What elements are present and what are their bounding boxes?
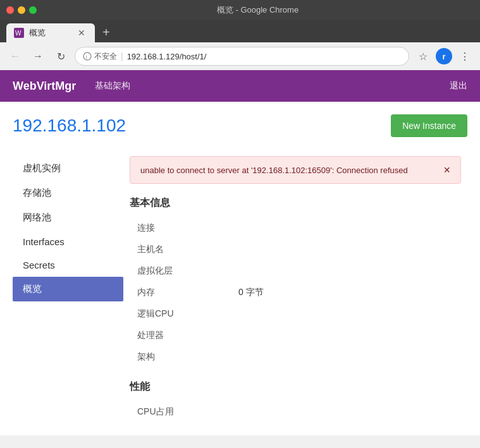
field-value: [231, 303, 461, 325]
toolbar-icons: ☆ r ⋮: [414, 47, 474, 65]
security-indicator: i 不安全: [83, 51, 117, 62]
brand-logo: WebVirtMgr: [13, 80, 76, 93]
forward-button[interactable]: →: [29, 47, 47, 65]
table-row: 虚拟化层: [130, 260, 461, 282]
sidebar-item-vm-instances[interactable]: 虚机实例: [13, 156, 123, 181]
tab-bar: W 概览 ✕ +: [0, 20, 480, 42]
table-row: 主机名: [130, 239, 461, 260]
top-nav: WebVirtMgr 基础架构 退出: [0, 70, 480, 102]
field-label: 处理器: [130, 325, 231, 346]
performance-table: CPU占用: [130, 401, 461, 423]
field-label: 主机名: [130, 239, 231, 260]
reload-button[interactable]: ↻: [52, 47, 70, 65]
field-value: [231, 217, 461, 239]
nav-links: 基础架构: [95, 80, 450, 92]
new-tab-button[interactable]: +: [97, 23, 115, 42]
table-row: 架构: [130, 346, 461, 368]
field-value: [231, 260, 461, 282]
title-bar: 概览 - Google Chrome: [0, 0, 480, 20]
field-value: [231, 346, 461, 368]
app-content: WebVirtMgr 基础架构 退出 192.168.1.102 New Ins…: [0, 70, 480, 435]
sidebar-item-network-pool[interactable]: 网络池: [13, 205, 123, 230]
browser-window: 概览 - Google Chrome W 概览 ✕ + ← → ↻ i 不安全 …: [0, 0, 480, 435]
sidebar-item-storage-pool[interactable]: 存储池: [13, 181, 123, 205]
sidebar-item-overview[interactable]: 概览: [13, 277, 123, 301]
basic-info-section-title: 基本信息: [130, 197, 461, 210]
field-label: 虚拟化层: [130, 260, 231, 282]
field-label: 架构: [130, 346, 231, 368]
field-value: [231, 239, 461, 260]
table-row: CPU占用: [130, 401, 461, 423]
url-text: 192.168.1.129/host/1/: [127, 52, 401, 61]
infra-nav-link[interactable]: 基础架构: [95, 80, 130, 92]
logout-button[interactable]: 退出: [450, 80, 467, 92]
sidebar-item-secrets[interactable]: Secrets: [13, 253, 123, 277]
basic-info-table: 连接 主机名 虚拟化层 内存 0 字节: [130, 217, 461, 368]
minimize-window-button[interactable]: [18, 6, 25, 14]
profile-button[interactable]: r: [436, 48, 452, 64]
svg-text:W: W: [15, 30, 22, 37]
performance-section-title: 性能: [130, 380, 461, 394]
maximize-window-button[interactable]: [29, 6, 37, 14]
page-header: 192.168.1.102 New Instance: [0, 102, 480, 143]
field-label: 内存: [130, 282, 231, 303]
main-panel: unable to connect to server at '192.168.…: [123, 156, 467, 423]
menu-button[interactable]: ⋮: [456, 47, 474, 65]
host-ip-title: 192.168.1.102: [13, 116, 126, 136]
alert-close-button[interactable]: ×: [443, 164, 450, 176]
new-instance-button[interactable]: New Instance: [391, 114, 467, 137]
field-label: CPU占用: [130, 401, 231, 423]
tab-close-button[interactable]: ✕: [76, 27, 87, 39]
field-value: 0 字节: [231, 282, 461, 303]
alert-message: unable to connect to server at '192.168.…: [140, 166, 408, 175]
table-row: 连接: [130, 217, 461, 239]
table-row: 内存 0 字节: [130, 282, 461, 303]
connection-error-alert: unable to connect to server at '192.168.…: [130, 156, 461, 184]
page-layout: 虚机实例 存储池 网络池 Interfaces Secrets 概览: [0, 143, 480, 435]
bookmark-button[interactable]: ☆: [414, 47, 432, 65]
svg-point-2: [83, 52, 91, 60]
security-label: 不安全: [94, 51, 117, 62]
close-window-button[interactable]: [6, 6, 14, 14]
tab-title: 概览: [29, 27, 71, 39]
back-button[interactable]: ←: [6, 47, 24, 65]
table-row: 逻辑CPU: [130, 303, 461, 325]
field-value: [231, 325, 461, 346]
address-bar: ← → ↻ i 不安全 | 192.168.1.129/host/1/ ☆ r …: [0, 42, 480, 70]
field-label: 逻辑CPU: [130, 303, 231, 325]
tab-favicon: W: [14, 28, 24, 38]
svg-text:i: i: [86, 54, 87, 60]
table-row: 处理器: [130, 325, 461, 346]
sidebar-item-interfaces[interactable]: Interfaces: [13, 230, 123, 253]
field-label: 连接: [130, 217, 231, 239]
window-controls: [6, 6, 37, 14]
window-title: 概览 - Google Chrome: [42, 4, 474, 16]
url-bar[interactable]: i 不安全 | 192.168.1.129/host/1/: [75, 47, 409, 66]
sidebar: 虚机实例 存储池 网络池 Interfaces Secrets 概览: [13, 156, 123, 423]
field-value: [231, 401, 461, 423]
browser-tab[interactable]: W 概览 ✕: [6, 23, 95, 42]
